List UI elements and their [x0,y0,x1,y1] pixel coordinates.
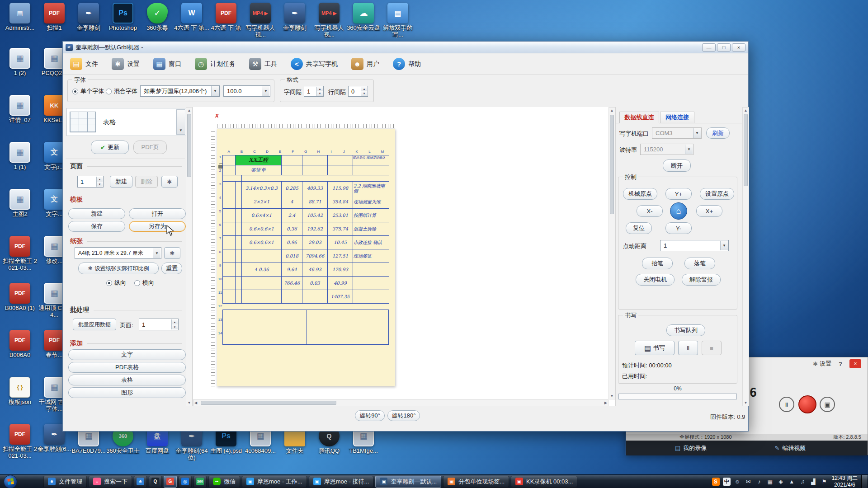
taskbar-file-manager-button[interactable]: e 文件管理 [43,476,87,488]
font-name-select[interactable]: 如果梦万国库(12,806个)▼ [140,85,220,97]
paper-reset-button[interactable]: 重置 [161,263,182,274]
desktop-icon[interactable]: 盘 百度网盘 [140,426,175,467]
toolbar-item[interactable]: < 共享写字机 [291,58,338,70]
add-item-button[interactable]: 图形 [68,387,186,398]
kk-close-button[interactable]: × [849,359,861,368]
page-number-input[interactable]: 1▲▼ [77,176,104,188]
rotate-180-button[interactable]: 旋转180° [387,410,420,421]
kk-help-button[interactable]: ? [839,361,842,367]
taskbar-app-button[interactable]: ▣ 分包单位现场签... [443,476,509,488]
stop-write-button[interactable]: ■ [702,341,722,355]
desktop-icon[interactable]: ✒ 奎享雕刻 [71,3,106,44]
taskbar-quick-icon-button[interactable]: e [134,476,147,488]
spinner[interactable]: ▲▼ [171,319,178,329]
y-plus-button[interactable]: Y+ [665,188,692,200]
pen-down-button[interactable]: 落笔 [684,258,715,269]
minimize-button[interactable]: — [702,43,716,52]
write-queue-button[interactable]: 书写队列 [666,324,705,336]
desktop-icon[interactable]: ✓ 360杀毒 [140,3,175,44]
desktop-icon[interactable]: ▦ 1 (1) [3,142,37,183]
taskbar-app-button[interactable]: ▣ 摩恩moe - 工作... [242,476,307,488]
maximize-button[interactable]: □ [717,43,731,52]
desktop-icon[interactable]: MP4 ▶ 写字机器人视... [312,3,346,44]
template-save-button[interactable]: 保存 [68,221,125,232]
toolbar-item[interactable]: ⚒ 工具 [249,58,277,70]
landscape-radio[interactable]: 横向 [134,279,154,287]
motor-off-button[interactable]: 关闭电机 [636,274,675,286]
titlebar[interactable]: ✒ 奎享雕刻—默认Grbl机器 - — □ × [63,42,748,53]
port-select[interactable]: COM3▼ [652,127,702,139]
desktop-icon[interactable]: Ps 主图 (4).psd [209,426,243,467]
template-new-button[interactable]: 新建 [68,208,125,219]
page-new-button[interactable]: 新建 [110,176,132,188]
desktop-icon[interactable]: { } 模板json [3,377,37,418]
tray-icon[interactable]: S [712,478,720,486]
close-button[interactable]: × [732,43,745,52]
taskbar-quick-icon-button[interactable]: Q [149,476,162,488]
spinner[interactable]: ▲▼ [316,87,323,96]
pen-up-button[interactable]: 抬笔 [642,258,673,269]
desktop-icon[interactable]: W 4六语 下 第... [175,3,209,44]
portrait-radio[interactable]: 纵向 [106,279,126,287]
add-item-button[interactable]: 文字 [68,349,186,360]
add-item-button[interactable]: PDF表格 [68,362,186,373]
tray-icon[interactable]: ▦ [766,478,774,486]
baud-select[interactable]: 115200▼ [640,144,693,155]
line-spacing-input[interactable]: 0▲▼ [348,86,368,97]
scrollbar-thumb[interactable] [187,114,191,177]
taskbar-search-button[interactable]: ○ 搜索一下 [89,476,132,488]
desktop-icon[interactable]: ▤ 解放双手的写... [381,3,415,44]
taskbar-quick-icon-button[interactable]: ◎ [179,476,192,488]
tray-icon[interactable]: ⚑ [821,478,828,486]
desktop-icon[interactable]: 360 360安全卫士 [106,426,140,467]
scrollbar-thumb[interactable] [744,114,748,186]
desktop-icon[interactable]: PDF 扫描全能王 2021-03... [3,424,37,465]
toolbar-item[interactable]: ✱ 设置 [112,58,140,70]
desktop-icon[interactable]: ✒ 奎享雕刻 [278,3,312,44]
desktop-icon[interactable]: ▤ Administr... [3,3,37,44]
clear-alarm-button[interactable]: 解除警报 [682,274,721,286]
update-button[interactable]: ✔更新 [91,141,129,154]
desktop-icon[interactable]: ▦ 1 (2) [3,48,37,89]
taskbar-quick-icon-button[interactable]: G [164,476,177,488]
spinner[interactable]: ▲▼ [361,87,367,96]
taskbar-app-button[interactable]: ▣ 奎享雕刻—默认... [375,476,441,488]
paper-print-scale-button[interactable]: ✱设置纸张实际打印比例 [78,263,159,274]
home-button[interactable]: ⌂ [670,202,687,220]
desktop-icon[interactable]: Ps Photoshop [106,3,140,44]
toolbar-item[interactable]: ? 帮助 [393,58,421,70]
document-canvas[interactable]: x ABCDEFGHIJKLM 1234567891011121314 建设单位… [193,107,615,406]
taskbar-app-button[interactable]: ▣ KK录像机 00:03... [511,476,577,488]
desktop-icon[interactable]: ✒ 奎享雕刻(64 位) [175,426,209,467]
kk-edit-video-button[interactable]: ✎编辑视频 [774,444,806,452]
spinner[interactable]: ▲▼ [96,177,103,187]
desktop-icon[interactable]: ▦ BA7E0D79... [71,426,106,467]
desktop-icon[interactable]: ▦ 主图2 [3,189,37,230]
write-button[interactable]: ▤书写 [635,341,675,355]
scroll-right-arrow[interactable]: ▶ [604,400,607,406]
page-delete-button[interactable]: 删除 [135,176,158,188]
desktop-icon[interactable]: PDF 4六语 下 第 [209,3,243,44]
taskbar-app-button[interactable]: ▣ 摩恩moe - 接待... [309,476,374,488]
reset-button[interactable]: 复位 [626,222,652,234]
paper-settings-button[interactable]: ✱ [164,247,180,259]
canvas-vertical-scrollbar[interactable]: ▲ ▼ [609,107,615,399]
toolbar-item[interactable]: ◷ 计划任务 [195,58,236,70]
page-settings-button[interactable]: ✱ [161,176,178,188]
pause-write-button[interactable]: ‖ [678,341,698,355]
kk-settings-button[interactable]: ✱设置 [813,360,831,368]
desktop-icon[interactable]: PDF B006A0 (1) [3,283,37,324]
desktop-icon[interactable]: Q 腾讯QQ [312,426,346,467]
paper-size-select[interactable]: A4纸 21.0 厘米 x 29.7 厘米▼ [75,247,161,259]
kk-screenshot-button[interactable]: ▣ [820,397,835,412]
scrollbar-thumb[interactable] [610,115,614,214]
pdf-page-button[interactable]: PDF页 [133,141,167,154]
x-minus-button[interactable]: X- [637,205,663,217]
tray-icon[interactable]: ◈ [777,478,785,486]
scroll-up-arrow[interactable]: ▲ [186,108,192,113]
left-panel-scrollbar[interactable]: ▲ ▼ [186,107,193,406]
tray-icon[interactable]: ♫ [799,478,807,486]
toolbar-item[interactable]: ▦ 窗口 [153,58,181,70]
right-panel-scrollbar[interactable]: ▲ ▼ [742,107,749,406]
tray-icon[interactable]: ▟ [810,478,817,486]
